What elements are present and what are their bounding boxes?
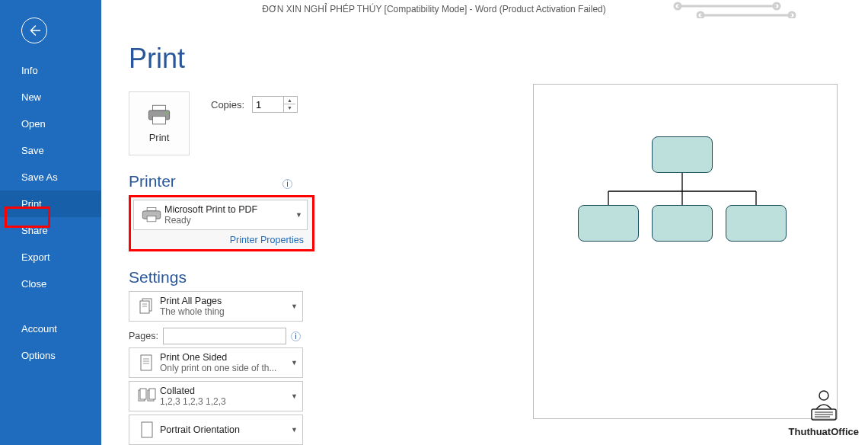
copies-input[interactable] <box>253 99 283 110</box>
option-title: Print One Sided <box>160 352 288 363</box>
option-title: Portrait Orientation <box>160 424 288 435</box>
chevron-down-icon: ▼ <box>288 359 298 367</box>
option-icon <box>134 354 160 372</box>
watermark: ThuthuatOffice <box>789 386 859 437</box>
sidebar-item-info[interactable]: Info <box>0 57 101 84</box>
org-node-3 <box>726 205 787 242</box>
red-highlight-printer: Microsoft Print to PDF Ready ▼ Printer P… <box>129 195 314 251</box>
copies-label: Copies: <box>211 99 244 110</box>
sidebar-item-open[interactable]: Open <box>0 110 101 137</box>
sidebar-item-save[interactable]: Save <box>0 137 101 164</box>
option-title: Print All Pages <box>160 296 288 306</box>
settings-dropdown[interactable]: Portrait Orientation▼ <box>129 415 303 445</box>
backstage-sidebar: InfoNewOpenSaveSave AsPrintShareExportCl… <box>0 0 101 445</box>
option-icon <box>134 387 160 405</box>
option-title: Collated <box>160 386 288 396</box>
printer-device-icon <box>140 206 163 223</box>
svg-rect-25 <box>142 422 152 437</box>
org-node-top <box>652 136 713 173</box>
arrow-left-icon <box>27 24 41 37</box>
sidebar-item-print[interactable]: Print <box>0 190 101 217</box>
sidebar-item-options[interactable]: Options <box>0 342 101 369</box>
org-node-1 <box>578 205 639 242</box>
svg-rect-12 <box>147 216 156 221</box>
printer-properties-link[interactable]: Printer Properties <box>133 230 310 247</box>
chevron-down-icon: ▼ <box>292 211 302 219</box>
option-sub: The whole thing <box>160 306 288 317</box>
settings-dropdown[interactable]: Print One SidedOnly print on one side of… <box>129 347 303 378</box>
settings-dropdown[interactable]: Print All PagesThe whole thing▼ <box>129 291 303 322</box>
info-icon[interactable]: i <box>291 331 301 341</box>
svg-rect-10 <box>147 207 156 210</box>
sidebar-item-account[interactable]: Account <box>0 315 101 342</box>
print-button[interactable]: Print <box>129 91 190 155</box>
option-sub: 1,2,3 1,2,3 1,2,3 <box>160 396 288 407</box>
svg-point-35 <box>819 391 828 400</box>
svg-rect-6 <box>153 105 166 110</box>
sidebar-item-close[interactable]: Close <box>0 271 101 297</box>
svg-rect-17 <box>141 355 152 370</box>
chevron-down-icon: ▼ <box>288 392 298 400</box>
info-icon[interactable]: i <box>282 179 292 189</box>
print-button-label: Print <box>149 132 170 143</box>
settings-dropdown[interactable]: Collated1,2,3 1,2,3 1,2,3▼ <box>129 381 303 411</box>
printer-name: Microsoft Print to PDF <box>164 204 292 215</box>
option-icon <box>134 421 160 439</box>
watermark-icon <box>801 386 847 423</box>
printer-dropdown[interactable]: Microsoft Print to PDF Ready ▼ <box>133 200 308 230</box>
chevron-down-icon: ▼ <box>288 303 298 310</box>
sidebar-item-save-as[interactable]: Save As <box>0 164 101 190</box>
svg-rect-14 <box>140 301 149 313</box>
pages-label: Pages: <box>129 331 158 341</box>
org-chart-connectors <box>534 85 837 418</box>
svg-rect-22 <box>140 389 146 399</box>
option-icon <box>134 297 160 315</box>
printer-icon <box>146 104 172 126</box>
org-node-2 <box>652 205 713 242</box>
sidebar-item-new[interactable]: New <box>0 84 101 110</box>
spinner[interactable]: ▲▼ <box>283 97 295 112</box>
svg-point-9 <box>166 112 168 114</box>
svg-rect-8 <box>153 116 166 123</box>
copies-stepper[interactable]: ▲▼ <box>252 96 298 113</box>
printer-heading: Printer <box>129 172 176 190</box>
sidebar-item-export[interactable]: Export <box>0 244 101 271</box>
svg-rect-24 <box>149 389 155 399</box>
pages-input[interactable] <box>163 328 286 344</box>
watermark-text: ThuthuatOffice <box>789 426 859 437</box>
back-button[interactable] <box>21 18 47 43</box>
option-sub: Only print on one side of th... <box>160 363 288 373</box>
sidebar-item-share[interactable]: Share <box>0 217 101 244</box>
chevron-down-icon: ▼ <box>288 426 298 434</box>
printer-status: Ready <box>164 215 292 226</box>
page-title: Print <box>129 43 868 75</box>
print-preview <box>533 84 838 419</box>
